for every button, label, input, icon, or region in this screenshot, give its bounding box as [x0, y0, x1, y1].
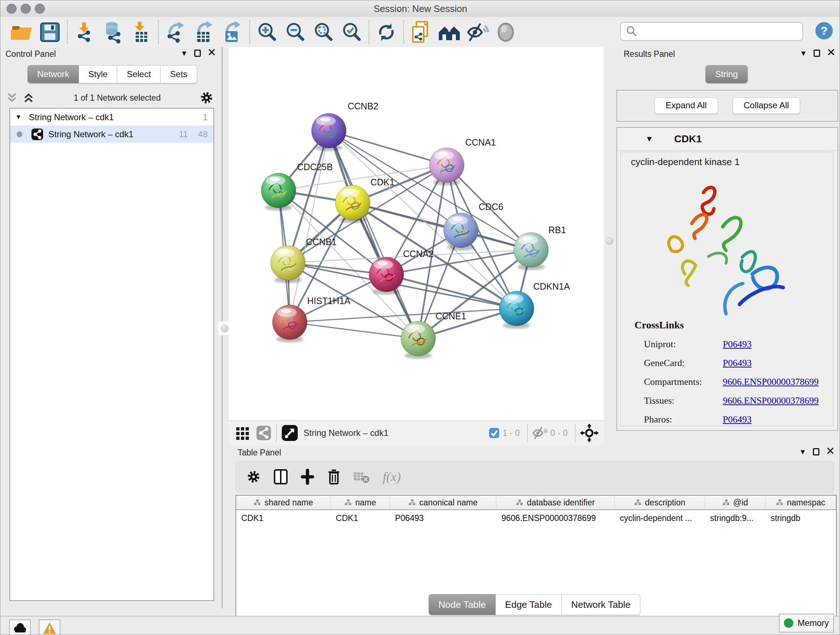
maximize-panel-icon[interactable]	[194, 50, 201, 57]
save-session-button[interactable]	[36, 19, 64, 45]
node-CCNA1[interactable]: CCNA1	[429, 137, 496, 185]
network-options-gear-icon[interactable]	[199, 90, 214, 105]
node-RB1[interactable]: RB1	[514, 225, 566, 270]
zoom-out-button[interactable]	[281, 19, 309, 45]
column-header-description[interactable]: description	[615, 496, 705, 509]
tab-network-table[interactable]: Network Table	[562, 594, 640, 615]
import-network-file-button[interactable]	[71, 19, 99, 45]
delete-column-button[interactable]	[327, 469, 341, 485]
search-input[interactable]	[639, 24, 802, 39]
column-header-namespac[interactable]: namespac	[766, 496, 836, 509]
node-CCNB1[interactable]: CCNB1	[271, 237, 337, 283]
network-row[interactable]: String Network – cdk1 11 48	[10, 126, 213, 143]
plus-icon	[300, 469, 315, 485]
table-cell[interactable]: CDK1	[236, 510, 331, 526]
show-all-button[interactable]	[492, 19, 520, 45]
network-canvas[interactable]: CCNB2CCNA1CDC25BCDK1CDC6RB1CCNB1CCNA2CDK…	[229, 47, 604, 420]
column-header--id[interactable]: @id	[705, 496, 766, 509]
network-collection-row[interactable]: ▼ String Network – cdk1 1	[10, 109, 213, 126]
crosslink-value-link[interactable]: P06493	[723, 358, 752, 369]
table-cell[interactable]: stringdb	[766, 510, 836, 526]
float-panel-icon[interactable]: ▼	[800, 50, 807, 57]
table-cell[interactable]: stringdb:9...	[705, 510, 766, 526]
network-graph[interactable]: CCNB2CCNA1CDC25BCDK1CDC6RB1CCNB1CCNA2CDK…	[229, 47, 604, 420]
crosslink-value-link[interactable]: 9606.ENSP00000378699	[723, 377, 819, 387]
fit-selected-button[interactable]	[338, 19, 366, 45]
column-header-label: shared name	[264, 498, 313, 508]
edge-HIST1H1A-CCNE1[interactable]	[290, 322, 418, 339]
node-CDC6[interactable]: CDC6	[444, 202, 503, 250]
crosslink-value-link[interactable]: P06493	[723, 414, 752, 425]
cloud-status-button[interactable]	[9, 619, 31, 635]
refresh-icon	[376, 21, 397, 43]
maximize-panel-icon[interactable]	[813, 50, 820, 57]
gene-section-header[interactable]: ▼ CDK1	[617, 128, 837, 150]
tab-edge-table[interactable]: Edge Table	[496, 594, 562, 615]
edge-CCNB2-HIST1H1A[interactable]	[290, 131, 329, 322]
close-panel-icon[interactable]: ✕	[207, 47, 216, 58]
hide-selected-button[interactable]	[463, 19, 492, 45]
close-panel-icon[interactable]: ✕	[826, 446, 835, 456]
export-network-button[interactable]	[162, 19, 190, 45]
show-column-button[interactable]	[273, 469, 288, 485]
grid-view-icon[interactable]	[235, 425, 251, 441]
open-session-button[interactable]	[8, 19, 36, 45]
edge-CDKN1A-HIST1H1A[interactable]	[290, 309, 516, 322]
edge-CCNB2-CCNE1[interactable]	[329, 131, 418, 339]
splitter-handle-right[interactable]	[603, 234, 616, 248]
open-folder-icon	[10, 22, 33, 43]
crosslink-value-link[interactable]: P06493	[723, 339, 752, 350]
float-panel-icon[interactable]: ▼	[799, 448, 806, 455]
expand-all-button[interactable]: Expand All	[654, 97, 718, 114]
network-overview-icon[interactable]	[256, 425, 272, 441]
tab-network[interactable]: Network	[27, 65, 79, 83]
node-CCNE1[interactable]: CCNE1	[401, 311, 466, 359]
column-header-name[interactable]: name	[331, 496, 390, 509]
function-builder-button[interactable]: f(x)	[383, 469, 401, 485]
node-CDKN1A[interactable]: CDKN1A	[499, 281, 570, 329]
copy-style-button[interactable]	[407, 19, 435, 45]
hidden-eye-slash-icon[interactable]	[532, 426, 547, 440]
fit-content-button[interactable]	[309, 19, 338, 45]
collection-expand-triangle-icon[interactable]: ▼	[15, 113, 22, 121]
tab-string[interactable]: String	[706, 65, 748, 83]
import-table-button[interactable]	[127, 19, 155, 45]
eye-disabled-icon	[495, 22, 516, 43]
refresh-button[interactable]	[372, 19, 401, 45]
table-cell[interactable]: cyclin-dependent ...	[615, 510, 705, 526]
collapse-all-button[interactable]: Collapse All	[733, 97, 800, 114]
table-cell[interactable]: P06493	[390, 510, 496, 526]
float-panel-icon[interactable]: ▼	[180, 50, 188, 57]
delete-table-button[interactable]	[353, 470, 370, 484]
node-CDC25B[interactable]: CDC25B	[261, 162, 333, 211]
import-network-database-button[interactable]	[99, 19, 127, 45]
tab-style[interactable]: Style	[79, 65, 117, 83]
table-cell[interactable]: 9606.ENSP00000378699	[496, 510, 615, 526]
column-header-database-identifier[interactable]: database identifier	[496, 496, 615, 509]
crosslink-value-link[interactable]: 9606.ENSP00000378699	[723, 395, 819, 406]
selected-checkbox-icon[interactable]	[489, 428, 500, 439]
close-panel-icon[interactable]: ✕	[827, 47, 836, 58]
edge-CCNA2-CDKN1A[interactable]	[386, 274, 516, 309]
create-column-button[interactable]	[300, 469, 315, 485]
column-header-canonical-name[interactable]: canonical name	[390, 496, 496, 509]
expand-all-chevron-icon[interactable]	[22, 92, 35, 104]
tab-select[interactable]: Select	[117, 65, 161, 83]
section-collapse-triangle-icon[interactable]: ▼	[645, 134, 653, 144]
center-view-crosshair-icon[interactable]	[580, 424, 599, 442]
first-neighbors-button[interactable]	[435, 19, 463, 45]
zoom-in-button[interactable]	[253, 19, 281, 45]
export-image-button[interactable]	[218, 19, 246, 45]
table-cell[interactable]: CDK1	[331, 510, 390, 526]
tab-node-table[interactable]: Node Table	[429, 594, 496, 615]
collapse-all-chevron-icon[interactable]	[5, 92, 19, 104]
maximize-panel-icon[interactable]	[813, 448, 819, 455]
column-header-shared-name[interactable]: shared name	[236, 496, 331, 509]
tab-sets[interactable]: Sets	[161, 65, 197, 83]
warnings-button[interactable]	[39, 619, 60, 635]
export-table-button[interactable]	[190, 19, 218, 45]
memory-button[interactable]: Memory	[779, 614, 834, 632]
table-options-button[interactable]	[246, 469, 261, 485]
detach-view-icon[interactable]	[281, 424, 298, 442]
help-button[interactable]: ?	[815, 21, 834, 40]
